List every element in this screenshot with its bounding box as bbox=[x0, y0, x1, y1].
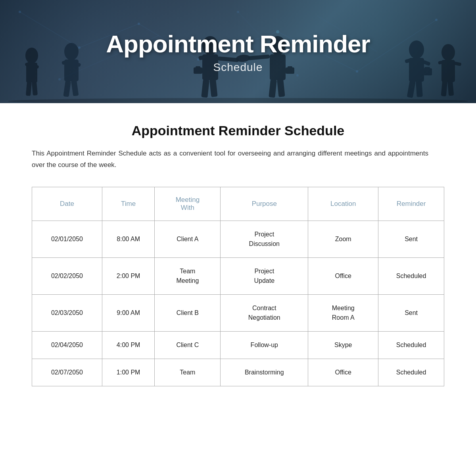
cell-reminder: Sent bbox=[378, 221, 444, 257]
svg-point-15 bbox=[435, 19, 438, 21]
cell-location: Office bbox=[308, 257, 378, 294]
cell-reminder: Scheduled bbox=[378, 359, 444, 386]
svg-rect-29 bbox=[63, 81, 71, 97]
svg-point-17 bbox=[237, 11, 239, 13]
cell-purpose: ProjectUpdate bbox=[221, 257, 308, 294]
header-meeting-with: MeetingWith bbox=[155, 187, 221, 221]
cell-reminder: Sent bbox=[378, 294, 444, 331]
svg-rect-44 bbox=[286, 67, 294, 74]
svg-point-19 bbox=[25, 48, 38, 63]
table-row: 02/03/20509:00 AMClient BContractNegotia… bbox=[32, 294, 444, 331]
description-text: This Appointment Reminder Schedule acts … bbox=[32, 148, 428, 171]
cell-time: 8:00 AM bbox=[102, 221, 155, 257]
cell-meeting-with: Client C bbox=[155, 331, 221, 359]
svg-rect-42 bbox=[269, 79, 277, 98]
svg-rect-60 bbox=[447, 81, 454, 96]
appointment-table-container: Date Time MeetingWith Purpose Location R… bbox=[32, 187, 444, 386]
cell-location: Skype bbox=[308, 331, 378, 359]
hero-title: Appointment Reminder bbox=[106, 30, 370, 58]
cell-meeting-with: TeamMeeting bbox=[155, 257, 221, 294]
svg-point-55 bbox=[441, 44, 455, 61]
svg-rect-53 bbox=[422, 68, 432, 75]
page-title: Appointment Reminder Schedule bbox=[32, 123, 444, 138]
svg-point-9 bbox=[19, 11, 21, 13]
cell-meeting-with: Team bbox=[155, 359, 221, 386]
cell-meeting-with: Client B bbox=[155, 294, 221, 331]
cell-reminder: Scheduled bbox=[378, 331, 444, 359]
svg-rect-37 bbox=[194, 67, 202, 74]
cell-date: 02/02/2050 bbox=[32, 257, 102, 294]
svg-rect-24 bbox=[32, 81, 38, 96]
header-location: Location bbox=[308, 187, 378, 221]
svg-rect-38 bbox=[196, 66, 200, 68]
cell-purpose: Follow-up bbox=[221, 331, 308, 359]
hero-subtitle: Schedule bbox=[213, 61, 263, 74]
svg-rect-54 bbox=[424, 67, 430, 69]
svg-rect-23 bbox=[26, 82, 32, 96]
svg-rect-36 bbox=[209, 79, 218, 97]
svg-rect-43 bbox=[277, 79, 285, 97]
table-header-row: Date Time MeetingWith Purpose Location R… bbox=[32, 187, 444, 221]
cell-location: MeetingRoom A bbox=[308, 294, 378, 331]
cell-location: Office bbox=[308, 359, 378, 386]
cell-time: 9:00 AM bbox=[102, 294, 155, 331]
svg-rect-45 bbox=[288, 66, 292, 68]
table-row: 02/02/20502:00 PMTeamMeetingProjectUpdat… bbox=[32, 257, 444, 294]
appointment-table: Date Time MeetingWith Purpose Location R… bbox=[32, 187, 444, 386]
svg-point-61 bbox=[8, 98, 468, 103]
header-reminder: Reminder bbox=[378, 187, 444, 221]
cell-date: 02/04/2050 bbox=[32, 331, 102, 359]
cell-date: 02/01/2050 bbox=[32, 221, 102, 257]
cell-time: 2:00 PM bbox=[102, 257, 155, 294]
cell-meeting-with: Client A bbox=[155, 221, 221, 257]
cell-date: 02/07/2050 bbox=[32, 359, 102, 386]
cell-location: Zoom bbox=[308, 221, 378, 257]
svg-point-47 bbox=[409, 40, 424, 59]
cell-time: 1:00 PM bbox=[102, 359, 155, 386]
svg-rect-52 bbox=[416, 80, 423, 97]
cell-purpose: ProjectDiscussion bbox=[221, 221, 308, 257]
svg-rect-40 bbox=[270, 54, 286, 80]
cell-time: 4:00 PM bbox=[102, 331, 155, 359]
svg-rect-35 bbox=[201, 79, 209, 98]
table-row: 02/01/20508:00 AMClient AProjectDiscussi… bbox=[32, 221, 444, 257]
table-row: 02/07/20501:00 PMTeamBrainstormingOffice… bbox=[32, 359, 444, 386]
header-purpose: Purpose bbox=[221, 187, 308, 221]
cell-date: 02/03/2050 bbox=[32, 294, 102, 331]
cell-purpose: ContractNegotiation bbox=[221, 294, 308, 331]
table-row: 02/04/20504:00 PMClient CFollow-upSkypeS… bbox=[32, 331, 444, 359]
hero-banner: Appointment Reminder Schedule bbox=[0, 0, 476, 103]
main-content: Appointment Reminder Schedule This Appoi… bbox=[0, 103, 476, 410]
cell-reminder: Scheduled bbox=[378, 257, 444, 294]
header-date: Date bbox=[32, 187, 102, 221]
svg-rect-59 bbox=[441, 81, 447, 96]
svg-point-25 bbox=[64, 43, 79, 60]
svg-rect-51 bbox=[407, 81, 416, 98]
header-time: Time bbox=[102, 187, 155, 221]
cell-purpose: Brainstorming bbox=[221, 359, 308, 386]
svg-rect-30 bbox=[71, 80, 79, 96]
